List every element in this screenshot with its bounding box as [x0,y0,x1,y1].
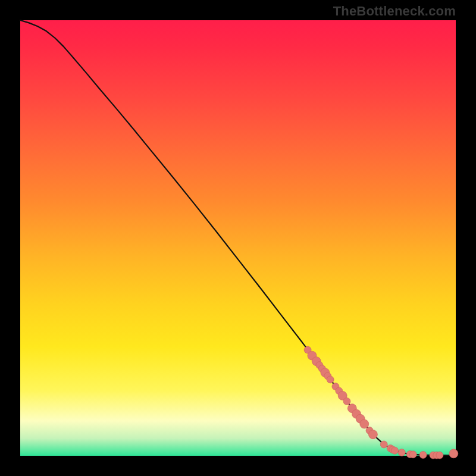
data-point [392,447,399,454]
data-point [436,452,443,459]
watermark-text: TheBottleneck.com [333,4,456,19]
data-point [327,376,334,383]
data-point [398,449,405,456]
stage: TheBottleneck.com [0,0,476,476]
data-point [343,398,350,405]
data-point [419,452,427,459]
plot-area [20,20,456,456]
data-point [449,449,458,458]
data-point [368,430,377,439]
data-point [360,419,369,428]
data-point [409,451,416,458]
data-point [380,441,387,448]
chart-svg [20,20,456,456]
curve-line [20,20,456,455]
